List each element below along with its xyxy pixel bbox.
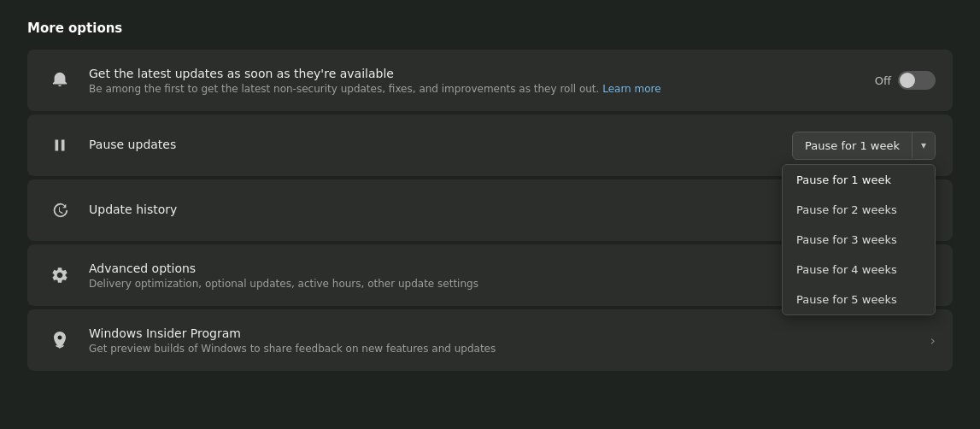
dropdown-item-2weeks[interactable]: Pause for 2 weeks	[783, 195, 935, 225]
learn-more-link[interactable]: Learn more	[602, 83, 660, 95]
dropdown-item-3weeks[interactable]: Pause for 3 weeks	[783, 225, 935, 255]
pause-dropdown-menu: Pause for 1 week Pause for 2 weeks Pause…	[782, 164, 936, 315]
toggle-area: Off	[875, 71, 936, 90]
windows-insider-icon	[44, 325, 75, 356]
dropdown-item-5weeks[interactable]: Pause for 5 weeks	[783, 285, 935, 314]
svg-point-0	[58, 336, 62, 339]
pause-dropdown-label: Pause for 1 week	[793, 132, 912, 159]
dropdown-item-1week[interactable]: Pause for 1 week	[783, 165, 935, 195]
pause-dropdown-button[interactable]: Pause for 1 week ▾	[792, 132, 936, 160]
pause-updates-title: Pause updates	[89, 138, 778, 151]
windows-insider-subtitle: Get preview builds of Windows to share f…	[89, 343, 917, 355]
windows-insider-chevron-icon: ›	[930, 332, 936, 349]
latest-updates-subtitle: Be among the first to get the latest non…	[89, 83, 861, 95]
dropdown-item-4weeks[interactable]: Pause for 4 weeks	[783, 255, 935, 285]
advanced-options-icon	[44, 260, 75, 291]
pause-dropdown-arrow-icon: ▾	[912, 132, 935, 158]
page-container: More options Get the latest updates as s…	[0, 0, 980, 395]
notification-icon	[44, 65, 75, 96]
pause-dropdown-area: Pause for 1 week ▾	[792, 132, 936, 160]
section-title: More options	[27, 21, 953, 36]
card-latest-updates: Get the latest updates as soon as they'r…	[27, 50, 953, 111]
windows-insider-content: Windows Insider Program Get preview buil…	[89, 326, 917, 355]
pause-updates-content: Pause updates	[89, 138, 778, 154]
card-windows-insider[interactable]: Windows Insider Program Get preview buil…	[27, 309, 953, 371]
history-icon	[44, 195, 75, 226]
windows-insider-title: Windows Insider Program	[89, 326, 917, 340]
latest-updates-toggle[interactable]	[898, 71, 936, 90]
pause-icon	[44, 130, 75, 161]
latest-updates-title: Get the latest updates as soon as they'r…	[89, 67, 861, 80]
card-pause-updates: Pause updates Pause for 1 week ▾ Pause f…	[27, 115, 953, 176]
toggle-label: Off	[875, 74, 891, 87]
latest-updates-content: Get the latest updates as soon as they'r…	[89, 67, 861, 95]
